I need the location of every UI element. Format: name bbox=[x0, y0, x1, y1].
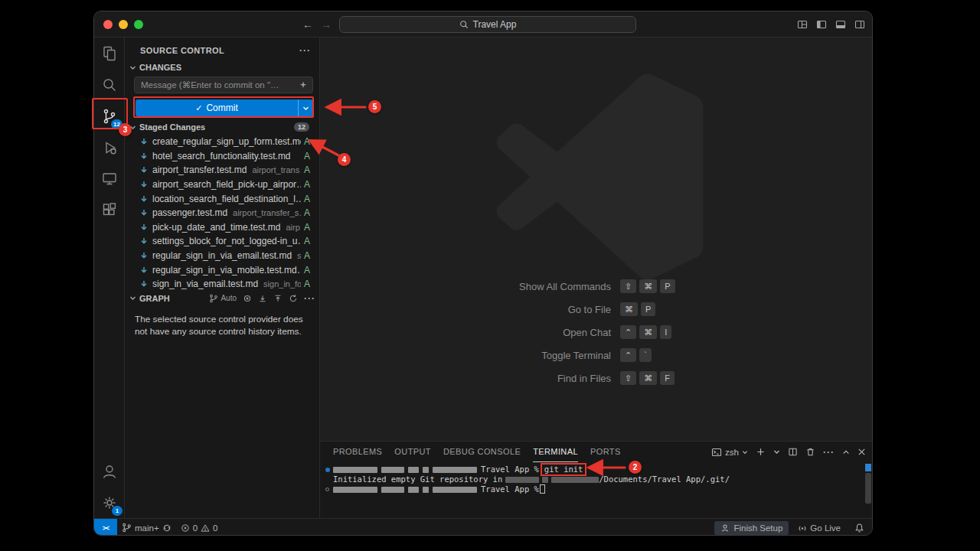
toggle-panel-icon[interactable] bbox=[835, 18, 847, 31]
file-name: regular_sign_in_via_mobile.test.md… bbox=[152, 265, 301, 276]
redacted-text bbox=[333, 467, 377, 473]
staged-file-row[interactable]: airport_search_field_pick-up_airpor… A bbox=[125, 178, 320, 192]
go-live-label: Go Live bbox=[810, 523, 841, 533]
shell-label: zsh bbox=[725, 448, 739, 457]
vscode-watermark-logo bbox=[491, 73, 709, 280]
markdown-file-icon bbox=[140, 223, 148, 231]
branch-indicator[interactable]: main+ bbox=[117, 519, 176, 536]
sidebar-header: SOURCE CONTROL ··· bbox=[125, 42, 320, 59]
shortcut-row: Open Chat ⌃⌘I bbox=[435, 324, 772, 341]
minimize-window-button[interactable] bbox=[119, 20, 128, 29]
close-panel-icon[interactable] bbox=[858, 448, 866, 456]
close-window-button[interactable] bbox=[103, 20, 113, 29]
fetch-icon[interactable] bbox=[258, 294, 267, 303]
staged-file-row[interactable]: airport_transfer.test.md airport_trans… … bbox=[125, 163, 320, 178]
sparkle-icon[interactable] bbox=[299, 80, 308, 90]
target-icon[interactable] bbox=[243, 294, 252, 303]
watermark-shortcuts: Show All Commands ⇧⌘P Go to File ⌘P Open… bbox=[435, 278, 772, 393]
redacted-text bbox=[423, 467, 429, 473]
file-path-hint: airp… bbox=[286, 223, 301, 232]
activity-search[interactable] bbox=[94, 69, 125, 100]
commit-dropdown-button[interactable] bbox=[298, 99, 313, 116]
new-terminal-button[interactable] bbox=[756, 447, 766, 457]
notifications-button[interactable] bbox=[850, 519, 866, 536]
more-actions-icon[interactable]: ··· bbox=[299, 45, 311, 56]
markdown-file-icon bbox=[140, 252, 148, 259]
command-decoration-icon[interactable] bbox=[325, 468, 330, 472]
activity-source-control[interactable]: 12 bbox=[94, 100, 125, 132]
shortcut-key: ⌃ bbox=[620, 325, 636, 339]
new-terminal-dropdown-icon[interactable] bbox=[773, 448, 780, 455]
run-debug-icon bbox=[100, 139, 119, 157]
toggle-sidebar-right-icon[interactable] bbox=[854, 18, 866, 31]
markdown-file-icon bbox=[140, 237, 148, 245]
activity-accounts[interactable] bbox=[94, 455, 125, 487]
toggle-sidebar-left-icon[interactable] bbox=[815, 18, 828, 31]
activity-remote-explorer[interactable] bbox=[94, 163, 125, 194]
problems-indicator[interactable]: 0 0 bbox=[176, 519, 223, 536]
staged-file-row[interactable]: create_regular_sign_up_form.test.md A bbox=[125, 135, 320, 149]
staged-file-row[interactable]: regular_sign_in_via_email.test.md si… A bbox=[125, 249, 320, 263]
panel-tab-ports[interactable]: PORTS bbox=[590, 442, 621, 462]
activity-settings[interactable]: 1 bbox=[94, 487, 125, 518]
staged-file-row[interactable]: settings_block_for_not_logged-in_u… A bbox=[125, 234, 320, 249]
finish-setup-button[interactable]: Finish Setup bbox=[714, 521, 789, 535]
staged-file-row[interactable]: hotel_search_functionality.test.md A bbox=[125, 149, 320, 164]
graph-auto-label: Auto bbox=[220, 294, 237, 302]
graph-more-icon[interactable]: ··· bbox=[304, 293, 315, 304]
output-prefix: Initialized empty Git repository in bbox=[333, 474, 502, 484]
redacted-text bbox=[333, 487, 377, 493]
panel-more-icon[interactable]: ··· bbox=[823, 447, 835, 458]
git-status-added: A bbox=[301, 207, 310, 218]
prompt-decoration-icon[interactable] bbox=[325, 487, 329, 491]
navigate-back-button[interactable]: ← bbox=[302, 18, 313, 31]
go-live-button[interactable]: Go Live bbox=[793, 519, 845, 536]
panel-tab-output[interactable]: OUTPUT bbox=[394, 442, 431, 462]
activity-extensions[interactable] bbox=[94, 194, 125, 226]
commit-button-label: Commit bbox=[206, 103, 237, 113]
shortcut-key: P bbox=[641, 302, 655, 316]
file-name: sign_in_via_email.test.md bbox=[152, 279, 258, 289]
commit-message-input[interactable]: Message (⌘Enter to commit on "… bbox=[134, 77, 313, 93]
terminal-profile-selector[interactable]: zsh bbox=[711, 447, 748, 458]
staged-file-row[interactable]: pick-up_date_and_time.test.md airp… A bbox=[125, 220, 320, 235]
kill-terminal-icon[interactable] bbox=[805, 447, 815, 457]
changes-section-header[interactable]: CHANGES bbox=[129, 61, 181, 73]
redacted-text bbox=[423, 487, 429, 493]
maximize-panel-icon[interactable] bbox=[842, 448, 850, 456]
graph-auto-toggle[interactable]: Auto bbox=[209, 294, 237, 303]
customize-layout-icon[interactable] bbox=[796, 18, 808, 31]
command-center-search[interactable]: Travel App bbox=[339, 16, 636, 33]
zoom-window-button[interactable] bbox=[134, 20, 143, 29]
push-icon[interactable] bbox=[273, 294, 283, 303]
staged-file-row[interactable]: location_search_field_destination_l… A bbox=[125, 191, 320, 206]
shortcut-key: ` bbox=[639, 348, 652, 362]
panel-tab-debug-console[interactable]: DEBUG CONSOLE bbox=[443, 442, 521, 462]
markdown-file-icon bbox=[140, 166, 148, 174]
staged-file-row[interactable]: passenger.test.md airport_transfer_s… A bbox=[125, 206, 320, 220]
panel-tab-problems[interactable]: PROBLEMS bbox=[333, 442, 382, 462]
panel-tab-terminal[interactable]: TERMINAL bbox=[533, 442, 578, 462]
terminal-scrollbar[interactable] bbox=[865, 473, 871, 504]
graph-section-header[interactable]: GRAPH Auto bbox=[129, 292, 315, 305]
redacted-text bbox=[408, 487, 419, 493]
staged-file-row[interactable]: sign_in_via_email.test.md sign_in_fo… A bbox=[125, 277, 320, 292]
shortcut-keys: ⌃` bbox=[620, 348, 772, 362]
branch-icon bbox=[122, 523, 132, 533]
split-terminal-icon[interactable] bbox=[788, 447, 798, 457]
shortcut-key: ⌃ bbox=[620, 348, 636, 362]
activity-explorer[interactable] bbox=[94, 37, 125, 69]
refresh-icon[interactable] bbox=[289, 294, 298, 303]
staged-count-badge: 12 bbox=[294, 122, 309, 132]
command-center-title: Travel App bbox=[473, 19, 517, 30]
bottom-panel: PROBLEMS OUTPUT DEBUG CONSOLE TERMINAL P… bbox=[320, 441, 873, 518]
commit-button[interactable]: ✓ Commit bbox=[136, 99, 313, 116]
staged-file-row[interactable]: regular_sign_in_via_mobile.test.md… A bbox=[125, 262, 320, 277]
terminal-output[interactable]: Travel App %git init Initialized empty G… bbox=[320, 462, 873, 519]
staged-changes-header[interactable]: Staged Changes 12 bbox=[129, 121, 315, 133]
markdown-file-icon bbox=[140, 181, 148, 188]
navigate-forward-button[interactable]: → bbox=[321, 18, 332, 31]
remote-indicator[interactable]: >< bbox=[94, 519, 117, 536]
commit-button-main[interactable]: ✓ Commit bbox=[136, 99, 298, 116]
activity-run-debug[interactable] bbox=[94, 132, 125, 163]
